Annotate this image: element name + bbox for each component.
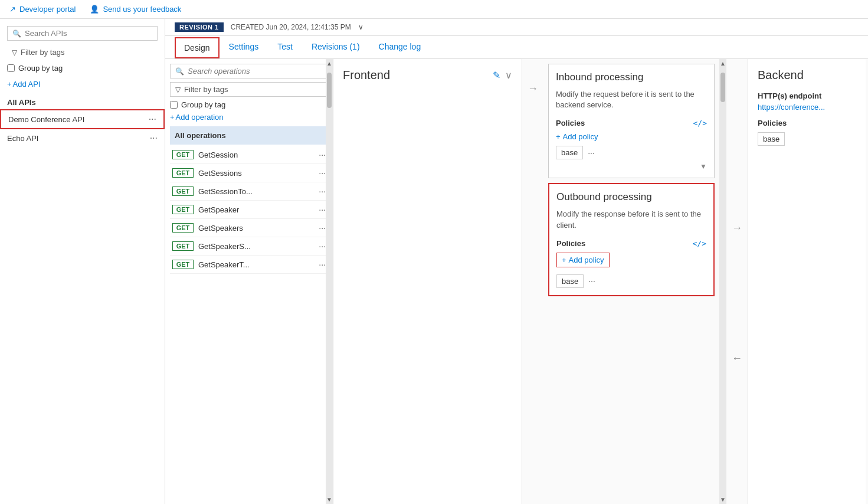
- inbound-base-row: base ···: [556, 146, 707, 159]
- ops-scroll-down-icon[interactable]: ▼: [325, 495, 333, 504]
- group-by-checkbox[interactable]: [7, 64, 15, 72]
- content-area: REVISION 1 CREATED Jun 20, 2024, 12:41:3…: [165, 19, 868, 504]
- arrows-processing-backend: → ←: [726, 59, 748, 504]
- api-item-echo[interactable]: Echo API ···: [0, 129, 165, 147]
- outbound-policies-row: Policies </>: [556, 239, 706, 248]
- backend-endpoint-value: https://conference...: [758, 103, 856, 112]
- main-layout: 🔍 ▽ Filter by tags Group by tag + Add AP…: [0, 19, 868, 504]
- ops-search-input[interactable]: [188, 67, 323, 76]
- op-method-getspeakers: GET: [172, 223, 194, 233]
- ops-scroll-up-icon[interactable]: ▲: [325, 59, 333, 68]
- op-method-getsession: GET: [172, 150, 194, 159]
- op-dots-getspeaker[interactable]: ···: [319, 205, 326, 214]
- add-api-button[interactable]: + Add API: [7, 80, 158, 89]
- op-item-getsession[interactable]: GET GetSession ···: [170, 146, 328, 164]
- revision-date: CREATED Jun 20, 2024, 12:41:35 PM: [231, 23, 351, 31]
- sidebar-group-by[interactable]: Group by tag: [7, 64, 158, 73]
- backend-title: Backend: [758, 68, 856, 82]
- backend-endpoint-label: HTTP(s) endpoint: [758, 91, 856, 100]
- ops-group-by-checkbox[interactable]: [170, 101, 178, 109]
- search-apis-input[interactable]: [25, 29, 152, 38]
- all-apis-label: All APIs: [0, 93, 165, 109]
- design-main: Frontend ✎ ∨ → In: [333, 59, 868, 504]
- inbound-base-dots[interactable]: ···: [588, 148, 595, 158]
- inbound-down-icon: ▼: [700, 162, 707, 171]
- frontend-chevron-icon[interactable]: ∨: [505, 70, 512, 81]
- processing-scroll-down-icon[interactable]: ▼: [719, 495, 727, 504]
- outbound-policies-label: Policies: [556, 239, 585, 248]
- arrow-right-icon: →: [528, 83, 538, 95]
- tab-revisions[interactable]: Revisions (1): [302, 36, 369, 58]
- outbound-code-icon[interactable]: </>: [693, 239, 706, 248]
- frontend-title: Frontend: [343, 68, 390, 82]
- backend-base-label: base: [763, 135, 779, 143]
- api-name-demo: Demo Conference API: [8, 115, 84, 124]
- sidebar-filter[interactable]: ▽ Filter by tags: [7, 45, 158, 59]
- add-operation-label: Add operation: [176, 113, 224, 122]
- ops-vscrollbar[interactable]: ▲ ▼: [326, 59, 333, 504]
- arrow-left-outbound-icon: ←: [732, 352, 742, 365]
- tab-settings[interactable]: Settings: [220, 36, 268, 58]
- op-dots-getsessions[interactable]: ···: [319, 168, 326, 178]
- op-item-getspeakers2[interactable]: GET GetSpeakerS... ···: [170, 237, 328, 256]
- ops-scroll-thumb: [327, 73, 332, 108]
- processing-vscrollbar[interactable]: ▲ ▼: [719, 59, 726, 504]
- outbound-title: Outbound processing: [556, 191, 706, 203]
- ops-search-box[interactable]: 🔍: [170, 64, 328, 78]
- panels-area: 🔍 ▽ Filter by tags Group by tag: [165, 59, 868, 504]
- inbound-base-label: base: [561, 148, 578, 157]
- op-item-getspeakers[interactable]: GET GetSpeakers ···: [170, 219, 328, 237]
- api-item-dots-echo[interactable]: ···: [150, 133, 158, 143]
- arrow-frontend-inbound: →: [522, 59, 543, 504]
- outbound-add-policy-plus-icon: +: [562, 256, 566, 264]
- api-item-dots-demo[interactable]: ···: [149, 114, 156, 125]
- outbound-add-policy-button[interactable]: + Add policy: [556, 253, 610, 267]
- inbound-base-policy[interactable]: base: [556, 146, 583, 159]
- ops-search-icon: 🔍: [175, 67, 184, 76]
- search-icon: 🔍: [12, 30, 21, 38]
- inbound-code-icon[interactable]: </>: [693, 119, 707, 127]
- tab-test[interactable]: Test: [268, 36, 302, 58]
- tab-design-label: Design: [184, 43, 210, 53]
- processing-scroll-up-icon[interactable]: ▲: [719, 59, 727, 68]
- feedback-link[interactable]: 👤 Send us your feedback: [90, 5, 181, 14]
- tab-changelog[interactable]: Change log: [369, 36, 431, 58]
- revision-chevron-icon[interactable]: ∨: [358, 23, 363, 31]
- plus-icon: +: [7, 80, 12, 89]
- op-dots-getsession[interactable]: ···: [319, 150, 326, 159]
- op-item-getspeaker[interactable]: GET GetSpeaker ···: [170, 201, 328, 219]
- op-name-getspeakers2: GetSpeakerS...: [198, 242, 314, 251]
- op-dots-getspeakers[interactable]: ···: [319, 223, 326, 233]
- sidebar: 🔍 ▽ Filter by tags Group by tag + Add AP…: [0, 19, 165, 504]
- all-operations-item[interactable]: All operations: [170, 126, 328, 145]
- backend-base-policy[interactable]: base: [758, 132, 785, 146]
- tab-changelog-label: Change log: [379, 42, 421, 51]
- tab-design[interactable]: Design: [175, 37, 220, 58]
- op-dots-getsessionto[interactable]: ···: [319, 186, 326, 196]
- op-item-getspeakert[interactable]: GET GetSpeakerT... ···: [170, 256, 328, 274]
- ops-group-by[interactable]: Group by tag: [170, 100, 328, 109]
- op-dots-getspeakert[interactable]: ···: [319, 260, 326, 269]
- ops-filter[interactable]: ▽ Filter by tags: [170, 82, 328, 97]
- inbound-add-policy-button[interactable]: + Add policy: [556, 132, 707, 141]
- sidebar-search-box[interactable]: 🔍: [7, 26, 158, 41]
- developer-portal-link[interactable]: ↗ Developer portal: [9, 5, 76, 14]
- outbound-base-dots[interactable]: ···: [588, 276, 595, 286]
- api-item-demo[interactable]: Demo Conference API ···: [0, 109, 165, 129]
- op-method-getsessions: GET: [172, 168, 194, 178]
- frontend-edit-icon[interactable]: ✎: [493, 70, 500, 81]
- op-dots-getspeakers2[interactable]: ···: [319, 241, 326, 251]
- add-operation-button[interactable]: + Add operation: [170, 113, 328, 122]
- ops-group-by-label: Group by tag: [181, 100, 225, 109]
- processing-scroll-thumb: [720, 73, 725, 102]
- op-item-getsessionto[interactable]: GET GetSessionTo... ···: [170, 182, 328, 201]
- op-name-getsession: GetSession: [198, 150, 314, 159]
- tab-settings-label: Settings: [229, 42, 259, 51]
- add-api-label: Add API: [13, 80, 41, 89]
- inbound-add-policy-plus-icon: +: [556, 132, 561, 141]
- op-item-getsessions[interactable]: GET GetSessions ···: [170, 164, 328, 182]
- inbound-scroll-arrow[interactable]: ▼: [556, 162, 707, 171]
- frontend-title-row: Frontend ✎ ∨: [343, 68, 512, 82]
- outbound-base-policy[interactable]: base: [556, 274, 584, 288]
- feedback-label: Send us your feedback: [103, 5, 181, 14]
